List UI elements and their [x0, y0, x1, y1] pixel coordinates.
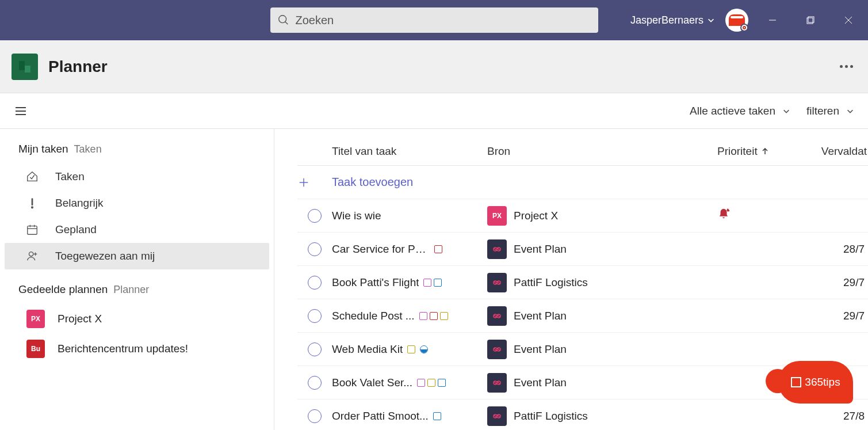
- task-title-cell: Order Patti Smoot...: [332, 410, 487, 423]
- svg-point-16: [29, 252, 33, 256]
- source-badge: [487, 373, 507, 393]
- sidebar-item-important[interactable]: Belangrijk: [5, 190, 269, 216]
- svg-line-25: [498, 248, 500, 250]
- home-icon: [25, 170, 39, 184]
- sidebar-item-label: Taken: [55, 170, 85, 183]
- color-tag: [434, 279, 442, 287]
- task-title-cell: Book Patti's Flight: [332, 276, 487, 289]
- complete-radio[interactable]: [308, 309, 322, 323]
- sort-asc-icon: [761, 147, 769, 155]
- task-title-cell: Wie is wie: [332, 210, 487, 222]
- more-button[interactable]: [836, 62, 856, 71]
- titlebar-right: JasperBernaers: [630, 9, 862, 32]
- source-label: Event Plan: [514, 343, 567, 356]
- th-source[interactable]: Bron: [487, 145, 717, 158]
- complete-radio[interactable]: [308, 409, 322, 423]
- plan-badge: Bu: [26, 340, 45, 358]
- plan-badge: PX: [26, 310, 45, 328]
- sidebar: Mijn taken Taken Taken Belangrijk Geplan…: [0, 129, 274, 430]
- toolbar: Alle actieve taken filteren: [0, 93, 868, 129]
- task-title: Car Service for Patt...: [332, 243, 430, 256]
- sidebar-plan-bericht[interactable]: Bu Berichtencentrum updates!: [2, 334, 272, 364]
- table-row[interactable]: Order Patti Smoot...PattiF Logistics27/8: [297, 399, 868, 430]
- hamburger-icon[interactable]: [14, 104, 28, 118]
- plan-label: Project X: [58, 313, 102, 325]
- task-title: Book Patti's Flight: [332, 276, 419, 289]
- svg-line-37: [498, 348, 500, 351]
- close-button[interactable]: [835, 12, 862, 29]
- color-tag: [419, 312, 427, 320]
- avatar[interactable]: [725, 9, 748, 32]
- source-cell: PXProject X: [487, 206, 717, 226]
- office-icon: [791, 377, 801, 387]
- source-badge: [487, 406, 507, 426]
- task-title-cell: Web Media Kit: [332, 343, 487, 356]
- progress-half-icon: [420, 345, 428, 353]
- main: Mijn taken Taken Taken Belangrijk Geplan…: [0, 129, 868, 430]
- user-menu[interactable]: JasperBernaers: [630, 14, 715, 26]
- svg-line-1: [285, 22, 288, 25]
- sidebar-section-shared: Gedeelde plannen Planner: [2, 281, 272, 304]
- svg-line-40: [494, 381, 497, 384]
- complete-radio[interactable]: [308, 276, 322, 290]
- color-tag: [438, 379, 446, 387]
- chevron-down-icon: [707, 16, 715, 24]
- source-label: Event Plan: [514, 310, 567, 322]
- th-title[interactable]: Titel van taak: [332, 145, 487, 158]
- task-title: Wie is wie: [332, 210, 381, 222]
- sidebar-item-assigned[interactable]: Toegewezen aan mij: [5, 243, 269, 269]
- plan-label: Berichtencentrum updates!: [58, 343, 188, 355]
- section-primary: Gedeelde plannen: [18, 283, 108, 296]
- table-row[interactable]: Car Service for Patt...Event Plan28/7: [297, 233, 868, 266]
- minimize-button[interactable]: [759, 12, 786, 29]
- svg-rect-12: [28, 226, 37, 235]
- table-row[interactable]: Wie is wiePXProject X: [297, 199, 868, 233]
- search-input[interactable]: [270, 7, 598, 33]
- th-priority[interactable]: Prioriteit: [717, 145, 804, 158]
- filter-dropdown[interactable]: filteren: [806, 105, 854, 117]
- svg-line-28: [494, 281, 497, 284]
- color-tag: [423, 279, 431, 287]
- planner-app-icon: [12, 54, 38, 80]
- urgent-icon: [717, 208, 730, 220]
- complete-radio[interactable]: [308, 242, 322, 256]
- table-row[interactable]: Book Patti's FlightPattiF Logistics29/7: [297, 266, 868, 299]
- source-badge: [487, 340, 507, 359]
- svg-line-44: [494, 414, 497, 417]
- chevron-down-icon: [846, 107, 854, 115]
- task-title: Web Media Kit: [332, 343, 403, 356]
- sidebar-item-tasks[interactable]: Taken: [5, 163, 269, 190]
- th-due[interactable]: Vervaldat: [804, 145, 867, 158]
- table-header: Titel van taak Bron Prioriteit Vervaldat: [297, 129, 868, 166]
- due-cell: 28/7: [804, 243, 867, 256]
- table-row[interactable]: Schedule Post ...Event Plan29/7: [297, 299, 868, 333]
- complete-radio[interactable]: [308, 209, 322, 223]
- section-secondary: Taken: [74, 143, 102, 155]
- color-tag: [430, 312, 438, 320]
- app-title: Planner: [48, 58, 108, 76]
- filter-label: filteren: [806, 105, 839, 117]
- complete-radio[interactable]: [308, 343, 322, 356]
- task-title-cell: Book Valet Ser...: [332, 376, 487, 389]
- section-primary: Mijn taken: [18, 143, 68, 155]
- titlebar: JasperBernaers: [0, 0, 868, 40]
- svg-line-32: [494, 314, 497, 317]
- sidebar-plan-projectx[interactable]: PX Project X: [2, 304, 272, 334]
- task-title-cell: Schedule Post ...: [332, 310, 487, 322]
- source-cell: Event Plan: [487, 306, 717, 326]
- svg-line-29: [498, 281, 500, 284]
- sidebar-item-planned[interactable]: Gepland: [5, 216, 269, 243]
- view-dropdown[interactable]: Alle actieve taken: [690, 105, 790, 117]
- source-cell: Event Plan: [487, 239, 717, 259]
- complete-radio[interactable]: [308, 376, 322, 390]
- app-header: Planner: [0, 40, 868, 93]
- calendar-icon: [25, 223, 39, 237]
- maximize-button[interactable]: [797, 12, 824, 29]
- add-task-label: Taak toevoegen: [332, 176, 868, 189]
- svg-line-36: [494, 348, 497, 351]
- task-title-cell: Car Service for Patt...: [332, 243, 487, 256]
- add-task-row[interactable]: Taak toevoegen: [297, 166, 868, 199]
- sidebar-section-mytasks: Mijn taken Taken: [2, 140, 272, 163]
- table-row[interactable]: Web Media KitEvent Plan: [297, 333, 868, 366]
- task-title: Book Valet Ser...: [332, 376, 412, 389]
